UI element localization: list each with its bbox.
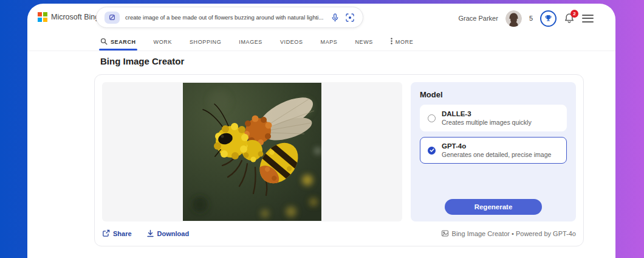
notification-badge: 2 [570,10,578,18]
download-label: Download [157,230,190,237]
logo-text: Microsoft Bing [51,13,99,21]
generated-image[interactable] [183,83,321,221]
credit-line: Bing Image Creator • Powered by GPT-4o [441,229,576,237]
avatar[interactable] [505,10,522,27]
tab-label: SEARCH [111,39,136,45]
regenerate-button[interactable]: Regenerate [445,199,542,215]
radio-checked-icon[interactable] [428,147,436,155]
credit-text: Bing Image Creator • Powered by GPT-4o [452,230,576,237]
image-creator-card: Model DALLE-3 Creates multiple images qu… [94,74,584,246]
tab-videos[interactable]: VIDEOS [280,33,303,51]
hamburger-menu-icon[interactable] [582,15,594,23]
microsoft-logo-icon [38,12,47,22]
search-input[interactable] [125,14,325,21]
tab-label: SHOPPING [190,39,221,45]
share-icon [102,229,110,237]
microphone-icon[interactable] [331,13,340,23]
card-footer: Share Download Bing Image Creator • Powe… [102,221,576,246]
tab-more[interactable]: MORE [391,33,413,51]
tab-label: NEWS [355,39,372,45]
model-option-name: DALLE-3 [442,110,532,117]
tab-shopping[interactable]: SHOPPING [190,33,221,51]
tab-work[interactable]: WORK [154,33,172,51]
kebab-dots-icon [391,38,392,46]
search-icon [100,38,108,46]
tab-search[interactable]: SEARCH [100,33,136,51]
notifications-bell-icon[interactable]: 2 [564,13,575,24]
tab-images[interactable]: IMAGES [239,33,262,51]
tab-label: MAPS [321,39,338,45]
model-panel: Model DALLE-3 Creates multiple images qu… [411,82,576,221]
bing-logo[interactable]: Microsoft Bing [38,12,99,22]
rewards-points: 5 [529,15,533,22]
model-option-gpt4o[interactable]: GPT-4o Generates one detailed, precise i… [420,137,567,164]
image-prompt-badge-icon [104,12,120,24]
user-cluster: Grace Parker 5 2 [458,4,594,33]
model-option-description: Creates multiple images quickly [442,119,532,126]
page-card: Microsoft Bing [27,4,615,258]
tab-label: WORK [154,39,172,45]
download-button[interactable]: Download [146,229,190,237]
share-button[interactable]: Share [102,229,132,237]
search-bar[interactable] [96,7,363,28]
generated-image-area [102,82,402,221]
model-option-description: Generates one detailed, precise image [442,151,551,158]
tab-label: VIDEOS [280,39,303,45]
share-label: Share [113,230,132,237]
image-creator-icon [441,229,449,237]
nav-tabs: SEARCH WORK SHOPPING IMAGES VIDEOS MAPS … [100,33,413,51]
radio-unchecked-icon[interactable] [428,114,436,122]
model-panel-title: Model [420,90,567,99]
tab-news[interactable]: NEWS [355,33,372,51]
nav-row: SEARCH WORK SHOPPING IMAGES VIDEOS MAPS … [27,33,615,51]
tab-label: MORE [396,39,413,45]
tab-maps[interactable]: MAPS [321,33,338,51]
download-icon [146,229,154,237]
model-option-dalle3[interactable]: DALLE-3 Creates multiple images quickly [420,105,567,131]
visual-search-icon[interactable] [345,13,355,23]
user-name: Grace Parker [458,15,498,22]
header: Microsoft Bing [27,4,615,33]
page-title: Bing Image Creator [100,56,184,66]
tab-label: IMAGES [239,39,262,45]
rewards-trophy-icon[interactable] [540,10,557,27]
model-option-name: GPT-4o [442,142,551,150]
